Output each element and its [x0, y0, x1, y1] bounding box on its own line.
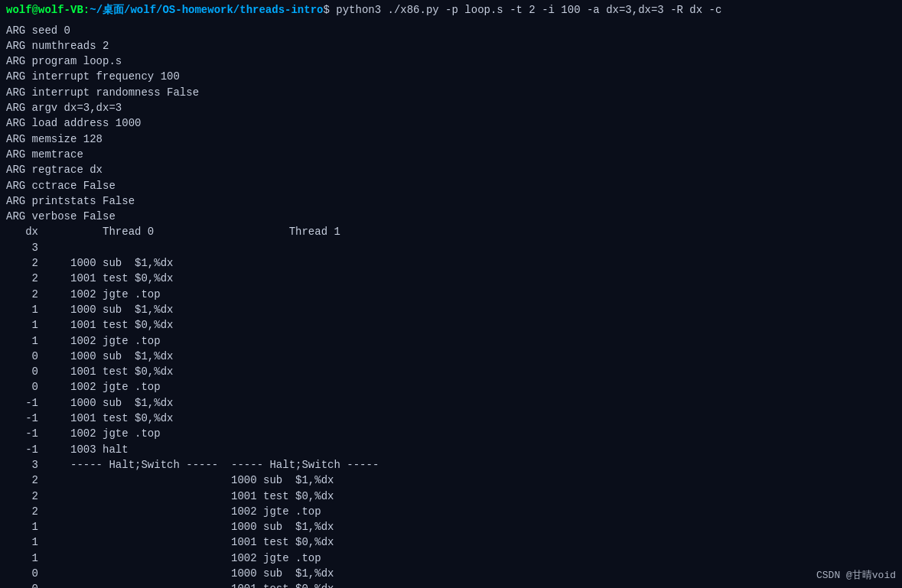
arg-line-7: ARG memsize 128	[6, 132, 896, 147]
table-row-15: 2 1000 sub $1,%dx	[6, 473, 896, 488]
table-row-11: -1 1001 test $0,%dx	[6, 411, 896, 426]
table-header: dx Thread 0 Thread 1	[6, 224, 896, 239]
prompt-separator1: :	[83, 4, 90, 16]
title-bar: wolf@wolf-VB:~/桌面/wolf/OS-homework/threa…	[0, 0, 902, 21]
table-row-20: 1 1002 jgte .top	[6, 551, 896, 566]
table-row-7: 0 1000 sub $1,%dx	[6, 349, 896, 364]
terminal-body: ARG seed 0 ARG numthreads 2 ARG program …	[0, 21, 902, 588]
arg-line-3: ARG interrupt frequency 100	[6, 69, 896, 84]
arg-line-10: ARG cctrace False	[6, 178, 896, 193]
arg-line-8: ARG memtrace	[6, 147, 896, 162]
table-row-0: 3	[6, 240, 896, 255]
table-row-2: 2 1001 test $0,%dx	[6, 271, 896, 286]
table-row-4: 1 1000 sub $1,%dx	[6, 302, 896, 317]
prompt-command: python3 ./x86.py -p loop.s -t 2 -i 100 -…	[336, 4, 721, 16]
watermark: CSDN @甘晴void	[816, 568, 896, 582]
arg-line-4: ARG interrupt randomness False	[6, 85, 896, 100]
arg-line-9: ARG regtrace dx	[6, 162, 896, 177]
arg-line-6: ARG load address 1000	[6, 115, 896, 131]
table-row-19: 1 1001 test $0,%dx	[6, 534, 896, 550]
table-row-13: -1 1003 halt	[6, 442, 896, 457]
prompt-user: wolf@wolf-VB	[6, 4, 83, 16]
arg-line-12: ARG verbose False	[6, 209, 896, 224]
table-row-5: 1 1001 test $0,%dx	[6, 317, 896, 333]
table-row-8: 0 1001 test $0,%dx	[6, 364, 896, 379]
table-row-10: -1 1000 sub $1,%dx	[6, 395, 896, 411]
table-row-14: 3 ----- Halt;Switch ----- ----- Halt;Swi…	[6, 457, 896, 473]
table-row-18: 1 1000 sub $1,%dx	[6, 519, 896, 534]
table-row-12: -1 1002 jgte .top	[6, 426, 896, 441]
table-row-22: 0 1001 test $0,%dx	[6, 581, 896, 588]
table-row-1: 2 1000 sub $1,%dx	[6, 255, 896, 271]
arg-line-11: ARG printstats False	[6, 193, 896, 209]
table-row-17: 2 1002 jgte .top	[6, 504, 896, 519]
arg-line-5: ARG argv dx=3,dx=3	[6, 100, 896, 115]
prompt-path: ~/桌面/wolf/OS-homework/threads-intro	[90, 4, 323, 16]
arg-line-0: ARG seed 0	[6, 23, 896, 38]
prompt-symbol: $	[323, 4, 336, 16]
table-row-3: 2 1002 jgte .top	[6, 287, 896, 302]
table-row-21: 0 1000 sub $1,%dx	[6, 566, 896, 581]
table-row-9: 0 1002 jgte .top	[6, 379, 896, 395]
table-row-6: 1 1002 jgte .top	[6, 333, 896, 349]
arg-line-2: ARG program loop.s	[6, 54, 896, 69]
arg-line-1: ARG numthreads 2	[6, 38, 896, 54]
terminal-window: wolf@wolf-VB:~/桌面/wolf/OS-homework/threa…	[0, 0, 902, 588]
table-row-16: 2 1001 test $0,%dx	[6, 489, 896, 504]
